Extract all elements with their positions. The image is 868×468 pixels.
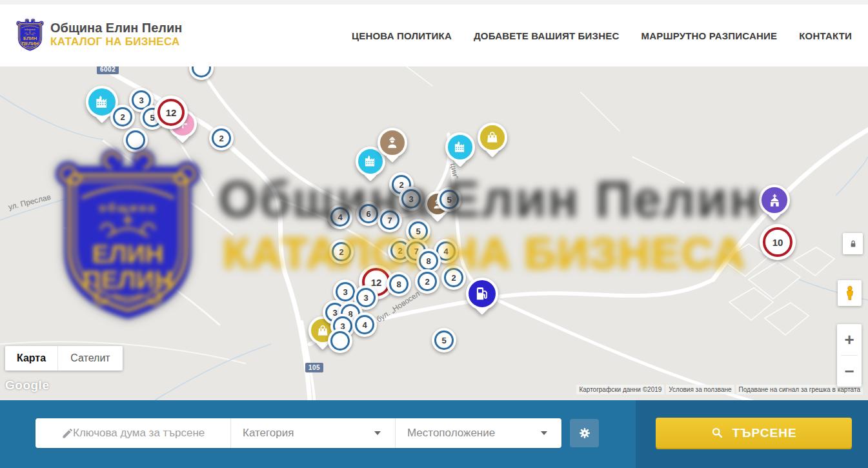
cluster-count [189, 66, 214, 80]
factory-icon [452, 139, 468, 155]
cluster-count: 5 [437, 187, 461, 212]
map-attribution: Картографски данни ©2019 Условия за полз… [576, 385, 863, 394]
bag-icon [485, 130, 500, 145]
factory-icon [94, 94, 110, 110]
map-cluster[interactable] [189, 66, 214, 80]
street-view-lock-button[interactable] [843, 233, 863, 254]
page-top-strip [0, 0, 868, 5]
map-cluster[interactable] [328, 329, 352, 353]
cluster-count: 4 [352, 312, 377, 337]
map-cluster[interactable]: 5 [432, 328, 456, 352]
google-logo[interactable]: Google [5, 378, 49, 392]
nav-item-route-schedule[interactable]: МАРШРУТНО РАЗПИСАНИЕ [641, 30, 777, 41]
pegman-control[interactable] [838, 280, 862, 306]
nav-item-contacts[interactable]: КОНТАКТИ [799, 30, 852, 41]
markers-layer: 32512223564752274812822333834510 [0, 66, 868, 400]
pin-disc [759, 185, 790, 216]
map-type-satellite-button[interactable]: Сателит [57, 346, 123, 371]
map-cluster[interactable]: 2 [415, 269, 439, 294]
category-dropdown-label: Категория [243, 427, 294, 440]
map-pin-shopping[interactable] [478, 123, 507, 152]
map-pin-church[interactable] [759, 185, 790, 216]
map-canvas[interactable]: 6002 105 ул. Преслав бул. „Новосел ции“ … [0, 66, 868, 400]
map-pin-industry[interactable] [445, 132, 475, 162]
category-dropdown[interactable]: Категория [230, 418, 395, 448]
pencil-icon [61, 427, 74, 440]
header: Община Елин Пелин КАТАЛОГ НА БИЗНЕСА ЦЕН… [0, 5, 868, 67]
cluster-count: 5 [432, 328, 456, 352]
church-icon [767, 192, 783, 209]
cluster-count: 12 [154, 96, 188, 129]
map-cluster[interactable]: 2 [441, 265, 466, 290]
cluster-count: 2 [329, 239, 354, 264]
chevron-down-icon [374, 431, 381, 435]
site-title: Община Елин Пелин [50, 21, 182, 36]
lock-icon [847, 238, 859, 250]
zoom-control: + − [837, 324, 862, 387]
worker-icon [385, 135, 400, 150]
map-cluster[interactable]: 10 [760, 224, 796, 260]
site-subtitle: КАТАЛОГ НА БИЗНЕСА [50, 36, 182, 48]
search-button-label: ТЪРСЕНЕ [732, 426, 796, 440]
map-type-map-button[interactable]: Карта [5, 346, 57, 371]
zoom-out-button[interactable]: − [837, 356, 862, 387]
cluster-count: 7 [378, 208, 402, 232]
advanced-settings-button[interactable] [570, 419, 599, 447]
cluster-count: 3 [399, 187, 423, 211]
zoom-in-button[interactable]: + [837, 324, 862, 355]
gear-icon [578, 426, 592, 440]
map-cluster[interactable]: 7 [378, 208, 402, 232]
cluster-count: 2 [441, 265, 466, 290]
attribution-terms-link[interactable]: Условия за ползване [666, 385, 734, 394]
fuel-icon [474, 285, 490, 302]
map-cluster[interactable]: 12 [154, 96, 188, 129]
search-bar: Категория Местоположение ТЪРСЕНЕ [0, 400, 868, 468]
nav-item-add-business[interactable]: ДОБАВЕТЕ ВАШИЯТ БИЗНЕС [474, 30, 619, 41]
map-cluster[interactable]: 2 [209, 126, 234, 150]
pin-disc [378, 128, 407, 158]
map-cluster[interactable]: 2 [110, 105, 135, 129]
search-submit-button[interactable]: ТЪРСЕНЕ [656, 418, 852, 448]
keyword-section [35, 418, 230, 448]
map-pin-services[interactable] [378, 128, 407, 158]
location-dropdown[interactable]: Местоположение [395, 418, 561, 448]
map-pin-fuel[interactable] [466, 278, 498, 310]
brand[interactable]: Община Елин Пелин КАТАЛОГ НА БИЗНЕСА [16, 16, 182, 52]
map-cluster[interactable]: 2 [329, 239, 354, 264]
brand-text: Община Елин Пелин КАТАЛОГ НА БИЗНЕСА [50, 21, 182, 48]
map-cluster[interactable]: 4 [328, 205, 352, 229]
pin-disc [445, 132, 475, 162]
cluster-count: 4 [328, 205, 352, 229]
map-cluster[interactable] [123, 128, 148, 152]
cluster-count: 10 [760, 224, 796, 260]
nav-item-pricing[interactable]: ЦЕНОВА ПОЛИТИКА [352, 30, 452, 41]
pegman-icon [842, 283, 858, 303]
search-group: Категория Местоположение [35, 418, 561, 448]
cluster-count [123, 128, 148, 152]
chevron-down-icon [541, 431, 547, 435]
map-cluster[interactable]: 5 [437, 187, 461, 212]
municipality-crest-logo [16, 16, 44, 52]
cluster-count: 2 [209, 126, 234, 150]
cluster-count [328, 329, 352, 353]
cluster-count: 2 [110, 105, 135, 129]
attribution-data: Картографски данни ©2019 [576, 385, 664, 394]
map-cluster[interactable]: 8 [387, 272, 411, 296]
main-nav: ЦЕНОВА ПОЛИТИКА ДОБАВЕТЕ ВАШИЯТ БИЗНЕС М… [352, 5, 852, 66]
map-cluster[interactable]: 4 [352, 312, 377, 337]
pin-disc [466, 278, 498, 310]
cluster-count: 8 [387, 272, 411, 296]
factory-icon [363, 154, 378, 169]
map-cluster[interactable]: 3 [399, 187, 423, 211]
pin-disc [478, 123, 507, 152]
search-icon [711, 426, 724, 440]
location-dropdown-label: Местоположение [407, 427, 495, 440]
cluster-count: 2 [415, 269, 439, 294]
map-type-control: Карта Сателит [5, 346, 123, 371]
